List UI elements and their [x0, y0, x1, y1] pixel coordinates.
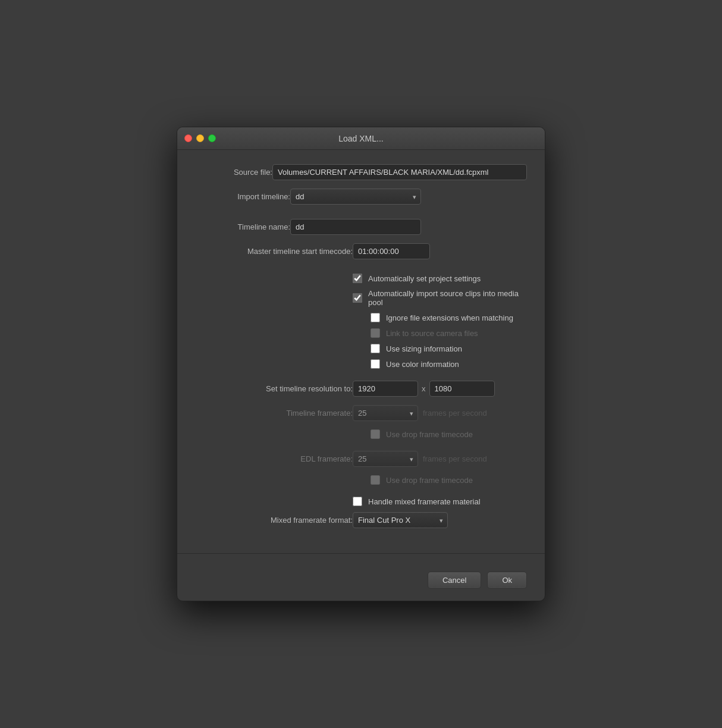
drop-frame-timeline-row: Use drop frame timecode: [195, 429, 527, 439]
ok-button[interactable]: Ok: [487, 572, 527, 589]
edl-framerate-row: EDL framerate: 25 frames per second: [195, 451, 527, 467]
auto-project-settings-label[interactable]: Automatically set project settings: [368, 274, 481, 283]
use-sizing-row: Use sizing information: [195, 344, 527, 353]
handle-mixed-framerate-checkbox[interactable]: [353, 497, 362, 506]
source-file-row: Source file:: [195, 164, 527, 180]
timeline-framerate-label: Timeline framerate:: [195, 409, 353, 418]
mixed-format-select[interactable]: Final Cut Pro X DaVinci Resolve NDF: [353, 512, 448, 528]
edl-framerate-select[interactable]: 25: [353, 451, 418, 467]
link-source-camera-checkbox: [371, 328, 380, 338]
resolution-label: Set timeline resolution to:: [195, 384, 353, 393]
drop-frame-edl-row: Use drop frame timecode: [195, 475, 527, 485]
import-timeline-select[interactable]: dd: [290, 189, 421, 205]
master-timecode-input[interactable]: [353, 243, 430, 259]
mixed-format-label: Mixed framerate format:: [195, 516, 353, 525]
handle-mixed-framerate-row: Handle mixed framerate material: [195, 497, 527, 506]
source-file-input[interactable]: [272, 164, 527, 180]
window-title: Load XML...: [338, 134, 384, 143]
source-file-label: Source file:: [195, 168, 272, 177]
timeline-name-input[interactable]: [290, 219, 421, 235]
use-sizing-checkbox[interactable]: [371, 344, 380, 353]
timeline-framerate-select-wrapper: 25: [353, 405, 418, 421]
minimize-button[interactable]: [196, 134, 204, 142]
drop-frame-timeline-checkbox: [371, 429, 380, 439]
import-timeline-row: Import timeline: dd: [195, 189, 527, 205]
use-color-row: Use color information: [195, 359, 527, 369]
auto-project-settings-checkbox[interactable]: [353, 274, 362, 283]
bottom-divider: [177, 553, 545, 554]
timeline-framerate-select[interactable]: 25: [353, 405, 418, 421]
auto-project-settings-row: Automatically set project settings: [195, 274, 527, 283]
use-color-label[interactable]: Use color information: [386, 360, 459, 369]
edl-framerate-fps-label: frames per second: [423, 454, 487, 463]
mixed-format-row: Mixed framerate format: Final Cut Pro X …: [195, 512, 527, 528]
resolution-row: Set timeline resolution to: x: [195, 381, 527, 397]
auto-import-row: Automatically import source clips into m…: [195, 289, 527, 307]
ignore-extensions-checkbox[interactable]: [371, 313, 380, 322]
edl-framerate-select-wrapper: 25: [353, 451, 418, 467]
master-timecode-label: Master timeline start timecode:: [195, 247, 353, 256]
resolution-width-input[interactable]: [353, 381, 418, 397]
timeline-framerate-fps-label: frames per second: [423, 409, 487, 418]
resolution-height-input[interactable]: [429, 381, 495, 397]
use-color-checkbox[interactable]: [371, 359, 380, 369]
mixed-format-select-wrapper: Final Cut Pro X DaVinci Resolve NDF: [353, 512, 448, 528]
auto-import-checkbox[interactable]: [353, 293, 362, 303]
timeline-name-label: Timeline name:: [195, 222, 290, 231]
ignore-extensions-row: Ignore file extensions when matching: [195, 313, 527, 322]
import-timeline-label: Import timeline:: [195, 192, 290, 201]
drop-frame-edl-label: Use drop frame timecode: [386, 476, 473, 485]
auto-import-label[interactable]: Automatically import source clips into m…: [368, 289, 527, 307]
timeline-framerate-row: Timeline framerate: 25 frames per second: [195, 405, 527, 421]
ignore-extensions-label[interactable]: Ignore file extensions when matching: [386, 313, 513, 322]
import-timeline-select-wrapper: dd: [290, 189, 421, 205]
drop-frame-edl-checkbox: [371, 475, 380, 485]
traffic-lights: [184, 134, 216, 142]
bottom-buttons: Cancel Ok: [177, 562, 545, 601]
close-button[interactable]: [184, 134, 192, 142]
timeline-name-row: Timeline name:: [195, 219, 527, 235]
load-xml-dialog: Load XML... Source file: Import timeline…: [177, 127, 545, 601]
resolution-separator: x: [422, 384, 426, 393]
edl-framerate-label: EDL framerate:: [195, 454, 353, 463]
titlebar: Load XML...: [177, 127, 545, 150]
drop-frame-timeline-label: Use drop frame timecode: [386, 430, 473, 439]
link-source-camera-label: Link to source camera files: [386, 329, 478, 338]
master-timecode-row: Master timeline start timecode:: [195, 243, 527, 259]
link-source-camera-row: Link to source camera files: [195, 328, 527, 338]
handle-mixed-framerate-label[interactable]: Handle mixed framerate material: [368, 497, 481, 506]
dialog-content: Source file: Import timeline: dd Timelin…: [177, 150, 545, 551]
use-sizing-label[interactable]: Use sizing information: [386, 344, 462, 353]
maximize-button[interactable]: [208, 134, 216, 142]
cancel-button[interactable]: Cancel: [428, 572, 481, 589]
